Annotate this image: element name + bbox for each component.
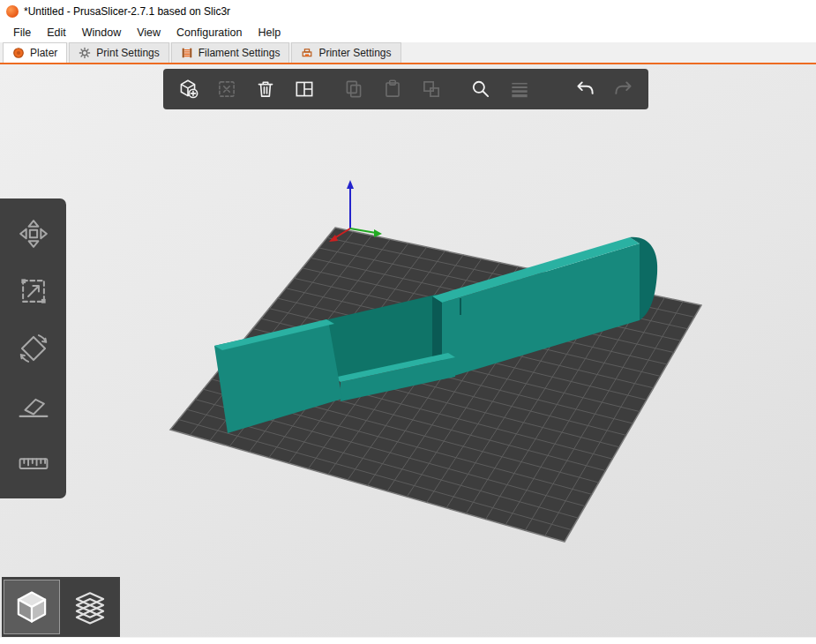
menu-file[interactable]: File [5,24,39,41]
status-strip [0,637,816,644]
paste-button[interactable] [377,73,408,105]
tab-print-settings[interactable]: Print Settings [69,42,168,63]
title-bar: *Untitled - PrusaSlicer-2.7.1 based on S… [0,0,816,23]
filament-spool-icon [181,47,193,59]
redo-button[interactable] [608,73,640,105]
rotate-gizmo-button[interactable] [11,326,56,371]
arrange-grid-icon [293,78,316,101]
settings-tab-bar: Plater Print Settings Filament Settings [0,42,816,64]
move-gizmo-icon [17,217,50,251]
editor-3d-view-button[interactable] [4,580,59,633]
delete-all-button[interactable] [250,73,281,105]
scale-gizmo-icon [17,274,50,308]
arrange-button[interactable] [288,73,320,105]
rotate-gizmo-icon [17,332,50,365]
tab-label: Printer Settings [318,47,391,59]
flatten-icon [17,389,50,423]
cube-icon [12,588,51,626]
trash-icon [254,78,277,101]
tab-filament-settings[interactable]: Filament Settings [171,42,290,63]
prusaslicer-window: *Untitled - PrusaSlicer-2.7.1 based on S… [0,0,816,644]
menu-help[interactable]: Help [250,24,288,41]
scene-canvas[interactable] [0,64,816,637]
window-title: *Untitled - PrusaSlicer-2.7.1 based on S… [24,5,230,18]
copy-button[interactable] [338,73,370,105]
instance-icon [420,78,443,101]
menu-configuration[interactable]: Configuration [168,24,250,41]
place-on-face-button[interactable] [11,383,56,429]
sliced-preview-button[interactable] [63,580,117,633]
layers-lines-icon [508,78,531,101]
menu-window[interactable]: Window [74,24,129,41]
paste-icon [381,78,404,101]
toolbar-main [163,69,648,109]
redo-arrow-icon [612,78,635,101]
plater-icon [12,47,25,59]
gear-icon [79,47,91,59]
menu-view[interactable]: View [129,24,168,41]
add-instance-button[interactable] [415,73,447,105]
toolbar-gizmos [0,198,66,498]
scale-gizmo-button[interactable] [11,268,56,314]
delete-dashed-box-icon [215,78,238,101]
menu-bar: File Edit Window View Configuration Help [0,23,816,42]
tab-plater[interactable]: Plater [3,42,67,63]
tab-printer-settings[interactable]: Printer Settings [291,42,401,63]
tab-label: Plater [30,47,57,59]
add-button[interactable] [172,73,204,105]
measure-button[interactable] [11,440,56,486]
delete-button[interactable] [211,73,243,105]
copy-icon [342,78,365,101]
viewport-3d [0,64,816,637]
variable-layer-height-button[interactable] [504,73,535,105]
printer-icon [301,47,313,59]
tab-label: Print Settings [96,47,159,59]
toolbar-view-mode [2,577,120,637]
move-gizmo-button[interactable] [11,211,56,257]
magnifier-icon [469,78,492,101]
search-button[interactable] [465,73,497,105]
menu-edit[interactable]: Edit [39,24,74,41]
undo-button[interactable] [569,73,601,105]
prusaslicer-logo-icon [6,5,19,18]
layers-stack-icon [71,588,109,626]
undo-arrow-icon [573,78,596,101]
tab-label: Filament Settings [198,47,281,59]
add-cube-plus-icon [176,78,199,101]
ruler-icon [17,446,50,480]
